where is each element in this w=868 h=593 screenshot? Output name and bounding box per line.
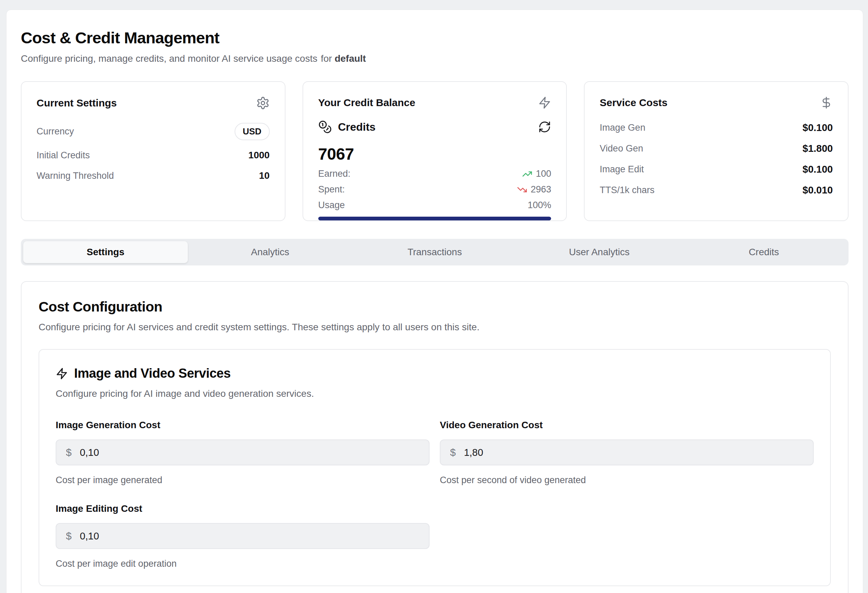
services-section-title: Image and Video Services — [74, 366, 231, 381]
coins-icon — [318, 120, 332, 134]
image-editing-cost-field: Image Editing Cost $ Cost per image edit… — [56, 503, 430, 569]
tab-bar: Settings Analytics Transactions User Ana… — [21, 239, 849, 265]
page-subtitle-for: for — [320, 53, 332, 64]
currency-row: Currency USD — [37, 123, 270, 140]
cost-fields-grid: Image Generation Cost $ Cost per image g… — [56, 420, 814, 569]
spent-row: Spent: 2963 — [318, 184, 551, 195]
refresh-icon[interactable] — [538, 121, 551, 133]
image-edit-cost-row: Image Edit $0.100 — [599, 164, 833, 175]
image-edit-label: Image Edit — [599, 164, 644, 175]
earned-label: Earned: — [318, 169, 351, 179]
tts-label: TTS/1k chars — [599, 185, 655, 196]
gear-icon — [256, 96, 270, 110]
warning-threshold-value: 10 — [259, 170, 270, 181]
image-gen-cost-row: Image Gen $0.100 — [599, 122, 833, 133]
page-title: Cost & Credit Management — [21, 28, 849, 47]
tab-transactions[interactable]: Transactions — [352, 241, 517, 263]
earned-row: Earned: 100 — [318, 169, 551, 179]
image-generation-cost-inputbox: $ — [56, 440, 430, 465]
trending-down-icon — [517, 185, 527, 195]
page-subtitle-text: Configure pricing, manage credits, and m… — [21, 53, 317, 64]
image-gen-label: Image Gen — [599, 122, 645, 133]
earned-value: 100 — [536, 169, 551, 179]
dollar-icon — [820, 96, 833, 109]
zap-icon — [538, 96, 551, 109]
warning-threshold-label: Warning Threshold — [37, 171, 114, 181]
video-gen-cost-row: Video Gen $1.800 — [599, 143, 833, 154]
usage-progress-fill — [318, 217, 551, 221]
credits-label: Credits — [338, 121, 376, 133]
credits-row: Credits — [318, 120, 551, 134]
zap-icon — [56, 368, 68, 380]
initial-credits-value: 1000 — [248, 150, 269, 161]
cost-configuration-panel: Cost Configuration Configure pricing for… — [21, 281, 849, 593]
dollar-prefix-icon: $ — [66, 447, 72, 458]
image-generation-cost-input[interactable] — [80, 447, 419, 458]
cost-configuration-subtitle: Configure pricing for AI services and cr… — [38, 322, 831, 333]
tab-user-analytics[interactable]: User Analytics — [517, 241, 682, 263]
image-generation-cost-helper: Cost per image generated — [56, 475, 430, 486]
image-video-services-section: Image and Video Services Configure prici… — [38, 349, 831, 586]
trending-up-icon — [522, 169, 532, 179]
warning-threshold-row: Warning Threshold 10 — [37, 170, 270, 181]
image-editing-cost-helper: Cost per image edit operation — [56, 559, 430, 569]
image-editing-cost-inputbox: $ — [56, 523, 430, 549]
currency-label: Currency — [37, 126, 74, 137]
image-editing-cost-input[interactable] — [80, 531, 419, 542]
credit-balance-title: Your Credit Balance — [318, 97, 416, 109]
video-generation-cost-inputbox: $ — [440, 440, 814, 465]
image-edit-value: $0.100 — [802, 164, 833, 175]
site-name: default — [335, 53, 366, 64]
service-costs-title: Service Costs — [599, 97, 667, 109]
tts-value: $0.010 — [802, 185, 833, 196]
dollar-prefix-icon: $ — [66, 530, 72, 542]
video-gen-label: Video Gen — [599, 143, 643, 154]
service-costs-card: Service Costs Image Gen $0.100 Video Gen… — [584, 81, 849, 221]
summary-cards-row: Current Settings Currency USD Initial Cr… — [21, 81, 849, 221]
video-generation-cost-helper: Cost per second of video generated — [440, 475, 814, 486]
page-subtitle: Configure pricing, manage credits, and m… — [21, 53, 849, 64]
usage-progress-bar — [318, 217, 551, 221]
current-settings-card: Current Settings Currency USD Initial Cr… — [21, 81, 285, 221]
video-gen-value: $1.800 — [802, 143, 833, 154]
image-editing-cost-label: Image Editing Cost — [56, 503, 430, 514]
credit-balance-card: Your Credit Balance Credits 7067 Earned: — [303, 81, 567, 221]
image-gen-value: $0.100 — [802, 122, 833, 133]
video-generation-cost-label: Video Generation Cost — [440, 420, 814, 431]
image-generation-cost-field: Image Generation Cost $ Cost per image g… — [56, 420, 430, 486]
usage-label: Usage — [318, 200, 345, 210]
tab-credits[interactable]: Credits — [682, 241, 846, 263]
services-section-subtitle: Configure pricing for AI image and video… — [56, 388, 814, 399]
image-generation-cost-label: Image Generation Cost — [56, 420, 430, 431]
usage-row: Usage 100% — [318, 200, 551, 210]
cost-configuration-title: Cost Configuration — [38, 299, 831, 315]
initial-credits-row: Initial Credits 1000 — [37, 150, 270, 161]
usage-value: 100% — [528, 200, 551, 210]
initial-credits-label: Initial Credits — [37, 150, 90, 161]
tab-analytics[interactable]: Analytics — [188, 241, 352, 263]
spent-label: Spent: — [318, 184, 345, 195]
video-generation-cost-input[interactable] — [464, 447, 803, 458]
currency-badge: USD — [235, 123, 270, 140]
tts-cost-row: TTS/1k chars $0.010 — [599, 185, 833, 196]
credit-balance-value: 7067 — [318, 145, 551, 163]
spent-value: 2963 — [531, 184, 551, 195]
tab-settings[interactable]: Settings — [23, 241, 188, 263]
dollar-prefix-icon: $ — [450, 447, 456, 458]
video-generation-cost-field: Video Generation Cost $ Cost per second … — [440, 420, 814, 486]
current-settings-title: Current Settings — [37, 97, 117, 109]
cost-credit-management-page: Cost & Credit Management Configure prici… — [6, 10, 863, 593]
